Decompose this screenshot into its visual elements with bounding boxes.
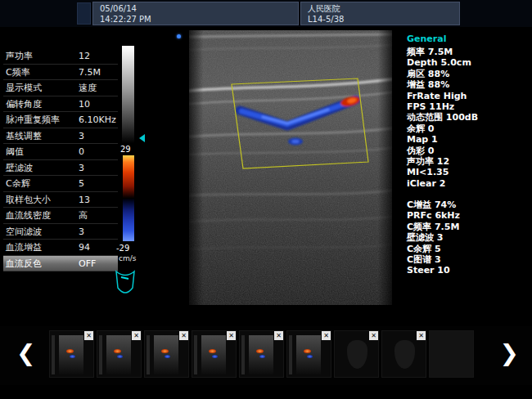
thumbnail-strip: ❮ ✕ ✕ — [0, 326, 532, 385]
hospital-name: 人民医院 — [308, 3, 459, 14]
param-row[interactable]: 取样包大小 13 — [3, 192, 118, 208]
info-line: MI<1.35 — [407, 167, 531, 177]
param-row[interactable]: C余辉 5 — [3, 176, 118, 192]
thumbnail-preview — [99, 335, 102, 374]
thumbnail-close-button[interactable]: ✕ — [417, 331, 426, 340]
doppler-colorbar — [123, 155, 134, 241]
body-mark-icon — [111, 268, 139, 301]
thumbnail[interactable]: ✕ — [381, 330, 426, 378]
param-row[interactable]: 血流线密度 高 — [3, 208, 118, 224]
flow-spot-icon — [117, 355, 123, 358]
param-value: 3 — [79, 224, 84, 240]
thumbnail-close-button[interactable]: ✕ — [274, 331, 283, 340]
thumbnail-close-button[interactable]: ✕ — [369, 331, 378, 340]
hospital-panel: 人民医院 L14-5/38 — [300, 2, 460, 25]
next-arrow[interactable]: ❯ — [500, 338, 519, 369]
flow-spot-icon — [165, 355, 170, 358]
info-line: Depth 5.0cm — [407, 57, 531, 68]
param-label: 空间滤波 — [6, 226, 42, 237]
thumbnail[interactable]: ✕ — [97, 330, 142, 378]
param-row[interactable]: 壁滤波 3 — [3, 160, 118, 177]
thumbnail-close-button[interactable]: ✕ — [179, 331, 188, 340]
param-label: 阈值 — [6, 146, 24, 157]
flow-spot-icon — [256, 349, 264, 353]
param-label: 血流增益 — [6, 242, 42, 253]
info-line: C余辉 5 — [407, 244, 531, 254]
info-section-title: General — [407, 34, 531, 45]
topbar-chip — [77, 2, 91, 25]
param-label: 血流反色 — [6, 258, 42, 269]
param-value: 5 — [79, 176, 84, 192]
thumbnail-preview — [106, 335, 131, 374]
thumbnail[interactable]: ✕ — [49, 330, 94, 378]
thumbnail-close-button[interactable]: ✕ — [322, 331, 331, 340]
param-row[interactable]: 显示模式 速度 — [3, 80, 118, 96]
flow-spot-icon — [70, 355, 75, 358]
param-label: 显示模式 — [6, 83, 42, 93]
thumbnail-preview — [52, 335, 55, 374]
param-value: 7.5M — [79, 65, 101, 81]
param-label: 脉冲重复频率 — [6, 114, 60, 125]
thumbnail-close-button[interactable]: ✕ — [84, 331, 93, 340]
info-gap — [407, 189, 531, 200]
param-row[interactable]: 脉冲重复频率 6.10KHz — [3, 112, 118, 128]
param-row[interactable]: 声功率 12 — [3, 48, 118, 65]
top-bar: 05/06/14 14:22:27 PM 人民医院 L14-5/38 — [0, 0, 532, 27]
param-row-selected[interactable]: 血流反色 OFF — [3, 256, 118, 272]
flow-spot-icon — [212, 355, 218, 358]
param-value: 10 — [79, 96, 90, 113]
thumbnail-close-button[interactable]: ✕ — [227, 331, 236, 340]
info-line: 扇区 88% — [407, 69, 531, 79]
info-line: 增益 88% — [407, 79, 531, 90]
info-line: C增益 74% — [407, 200, 531, 210]
probe-model: L14-5/38 — [308, 14, 459, 25]
param-row[interactable]: 阈值 0 — [3, 144, 118, 160]
param-row[interactable]: 偏转角度 10 — [3, 96, 118, 113]
info-line: 动态范围 100dB — [407, 112, 531, 123]
probe-silhouette-icon — [394, 340, 415, 369]
param-value: 3 — [79, 128, 84, 145]
param-value: OFF — [79, 256, 96, 272]
info-line: 余辉 0 — [407, 123, 531, 134]
param-row[interactable]: 空间滤波 3 — [3, 224, 118, 240]
parameter-list: 声功率 12 C频率 7.5M 显示模式 速度 偏转角度 10 脉冲重复频率 6… — [3, 48, 118, 271]
info-panel: General 频率 7.5M Depth 5.0cm 扇区 88% 增益 88… — [407, 34, 531, 276]
param-label: 壁滤波 — [6, 163, 33, 173]
thumbnail[interactable]: ✕ — [144, 330, 189, 378]
thumbnail[interactable]: ✕ — [192, 330, 237, 378]
ultrasound-image — [189, 30, 392, 305]
flow-spot-icon — [114, 349, 121, 353]
flow-spot-icon — [259, 355, 265, 358]
prev-arrow[interactable]: ❮ — [16, 338, 35, 369]
param-row[interactable]: 基线调整 3 — [3, 128, 118, 145]
ultrasound-image-area — [189, 30, 392, 305]
param-value: 0 — [79, 144, 84, 160]
thumbnail-preview — [201, 335, 226, 374]
info-line: Steer 10 — [407, 265, 531, 276]
thumbnail-preview — [194, 335, 197, 374]
param-value: 13 — [79, 192, 90, 208]
info-line: 壁滤波 3 — [407, 232, 531, 243]
thumbnail[interactable] — [429, 330, 474, 378]
flow-spot-icon — [304, 349, 311, 353]
param-value: 高 — [79, 208, 88, 224]
info-line: C频率 7.5M — [407, 222, 531, 232]
thumbnail[interactable]: ✕ — [286, 330, 331, 378]
colorbar-unit-label: cm/s — [119, 254, 136, 262]
param-row[interactable]: 血流增益 94 — [3, 240, 118, 256]
thumbnail[interactable]: ✕ — [334, 330, 379, 378]
thumbnail[interactable]: ✕ — [239, 330, 284, 378]
probe-silhouette-icon — [347, 340, 367, 369]
thumbnail-close-button[interactable]: ✕ — [132, 331, 141, 340]
date-text: 05/06/14 — [100, 3, 298, 14]
param-row[interactable]: C频率 7.5M — [3, 65, 118, 81]
param-label: 偏转角度 — [6, 99, 42, 110]
info-line: iClear 2 — [407, 178, 531, 189]
info-line: 声功率 12 — [407, 156, 531, 167]
colorbar-max-label: 29 — [120, 145, 131, 154]
colorbar-min-label: -29 — [116, 244, 129, 253]
thumbnail-preview — [249, 335, 273, 374]
thumbnail-preview — [147, 335, 150, 374]
baseline-marker-icon — [139, 134, 145, 142]
param-label: 基线调整 — [6, 131, 42, 141]
